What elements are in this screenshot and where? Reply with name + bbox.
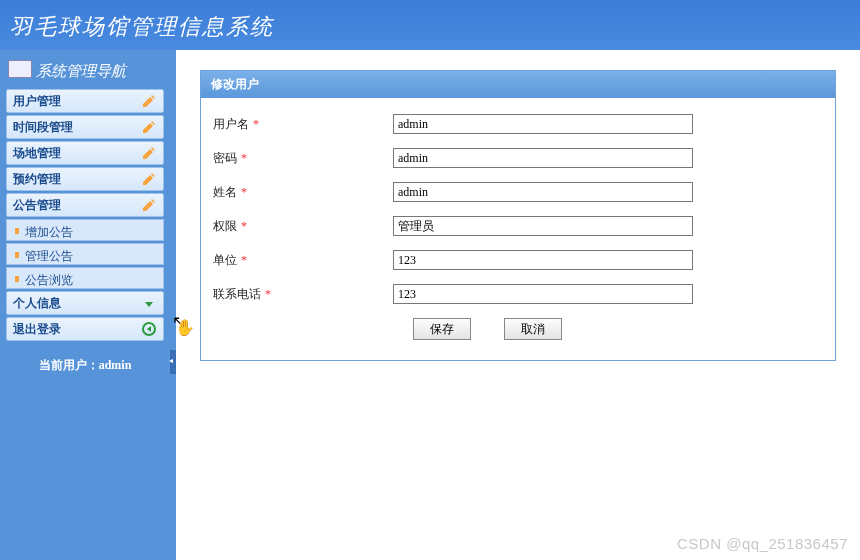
sidebar-item-label: 场地管理	[13, 145, 61, 162]
edit-icon	[141, 145, 157, 161]
label-realname: 姓名*	[213, 184, 393, 201]
sidebar-item-notice-mgmt[interactable]: 公告管理	[6, 193, 164, 217]
edit-icon	[141, 119, 157, 135]
sidebar-item-label: 个人信息	[13, 295, 61, 312]
required-mark: *	[265, 287, 271, 301]
arrow-down-icon	[141, 295, 157, 311]
label-role: 权限*	[213, 218, 393, 235]
content-area: 修改用户 用户名* 密码* 姓名* 权限*	[176, 50, 860, 560]
edit-icon	[141, 171, 157, 187]
required-mark: *	[241, 185, 247, 199]
input-phone[interactable]	[393, 284, 693, 304]
sidebar-item-logout[interactable]: 退出登录	[6, 317, 164, 341]
sidebar: 系统管理导航 用户管理 时间段管理 场地管理 预约管理 公告管理 增加公告 管理…	[0, 50, 170, 560]
form-row-unit: 单位*	[213, 250, 823, 270]
sidebar-sub-label: 增加公告	[25, 225, 73, 239]
label-password: 密码*	[213, 150, 393, 167]
form-row-username: 用户名*	[213, 114, 823, 134]
form-row-password: 密码*	[213, 148, 823, 168]
required-mark: *	[241, 151, 247, 165]
sidebar-title: 系统管理导航	[6, 58, 164, 89]
exit-icon	[141, 321, 157, 337]
sidebar-sub-manage-notice[interactable]: 管理公告	[6, 243, 164, 265]
label-username: 用户名*	[213, 116, 393, 133]
sidebar-item-booking-mgmt[interactable]: 预约管理	[6, 167, 164, 191]
current-user-label: 当前用户：admin	[6, 343, 164, 388]
sidebar-sub-browse-notice[interactable]: 公告浏览	[6, 267, 164, 289]
required-mark: *	[241, 253, 247, 267]
sidebar-item-label: 用户管理	[13, 93, 61, 110]
sidebar-item-profile[interactable]: 个人信息	[6, 291, 164, 315]
edit-icon	[141, 93, 157, 109]
app-title: 羽毛球场馆管理信息系统	[10, 14, 274, 39]
main-layout: 系统管理导航 用户管理 时间段管理 场地管理 预约管理 公告管理 增加公告 管理…	[0, 50, 860, 560]
cancel-button[interactable]: 取消	[504, 318, 562, 340]
input-password[interactable]	[393, 148, 693, 168]
required-mark: *	[241, 219, 247, 233]
save-button[interactable]: 保存	[413, 318, 471, 340]
sidebar-divider	[170, 50, 176, 560]
edit-user-panel: 修改用户 用户名* 密码* 姓名* 权限*	[200, 70, 836, 361]
input-realname[interactable]	[393, 182, 693, 202]
collapse-handle[interactable]	[170, 350, 176, 374]
sidebar-item-label: 时间段管理	[13, 119, 73, 136]
input-username[interactable]	[393, 114, 693, 134]
label-phone: 联系电话*	[213, 286, 393, 303]
app-header: 羽毛球场馆管理信息系统	[0, 0, 860, 50]
sidebar-sub-label: 管理公告	[25, 249, 73, 263]
button-row: 保存 取消	[213, 318, 823, 340]
panel-body: 用户名* 密码* 姓名* 权限* 单位*	[201, 98, 835, 360]
sidebar-item-label: 公告管理	[13, 197, 61, 214]
sidebar-item-court-mgmt[interactable]: 场地管理	[6, 141, 164, 165]
edit-icon	[141, 197, 157, 213]
form-row-role: 权限*	[213, 216, 823, 236]
required-mark: *	[253, 117, 259, 131]
sidebar-item-label: 预约管理	[13, 171, 61, 188]
panel-title: 修改用户	[201, 71, 835, 98]
sidebar-item-label: 退出登录	[13, 321, 61, 338]
label-unit: 单位*	[213, 252, 393, 269]
sidebar-sub-label: 公告浏览	[25, 273, 73, 287]
sidebar-item-timeslot-mgmt[interactable]: 时间段管理	[6, 115, 164, 139]
sidebar-sub-add-notice[interactable]: 增加公告	[6, 219, 164, 241]
form-row-phone: 联系电话*	[213, 284, 823, 304]
input-unit[interactable]	[393, 250, 693, 270]
input-role[interactable]	[393, 216, 693, 236]
watermark: CSDN @qq_251836457	[677, 535, 848, 552]
sidebar-item-user-mgmt[interactable]: 用户管理	[6, 89, 164, 113]
form-row-realname: 姓名*	[213, 182, 823, 202]
